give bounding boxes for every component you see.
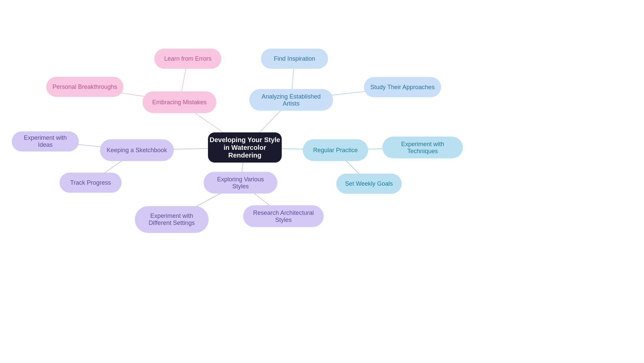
- node-learn-from-errors[interactable]: Learn from Errors: [154, 49, 221, 69]
- node-track-progress[interactable]: Track Progress: [60, 173, 122, 193]
- node-personal-breakthroughs[interactable]: Personal Breakthroughs: [46, 77, 123, 97]
- node-exploring-various-styles[interactable]: Exploring Various Styles: [204, 172, 277, 194]
- node-experiment-with-techniques[interactable]: Experiment with Techniques: [382, 137, 463, 159]
- node-find-inspiration[interactable]: Find Inspiration: [261, 49, 328, 69]
- node-set-weekly-goals[interactable]: Set Weekly Goals: [336, 174, 402, 194]
- node-research-architectural-styles[interactable]: Research Architectural Styles: [243, 205, 324, 227]
- node-keeping-a-sketchbook[interactable]: Keeping a Sketchbook: [100, 139, 174, 161]
- mind-map: Developing Your Style in Watercolor Rend…: [0, 0, 644, 363]
- node-experiment-with-ideas[interactable]: Experiment with Ideas: [12, 131, 79, 152]
- center-node[interactable]: Developing Your Style in Watercolor Rend…: [208, 132, 282, 163]
- node-study-their-approaches[interactable]: Study Their Approaches: [364, 77, 441, 97]
- node-regular-practice[interactable]: Regular Practice: [303, 139, 368, 161]
- node-experiment-with-different-settings[interactable]: Experiment with Different Settings: [135, 206, 209, 233]
- node-embracing-mistakes[interactable]: Embracing Mistakes: [143, 92, 216, 113]
- node-analyzing-established-artists[interactable]: Analyzing Established Artists: [249, 89, 333, 111]
